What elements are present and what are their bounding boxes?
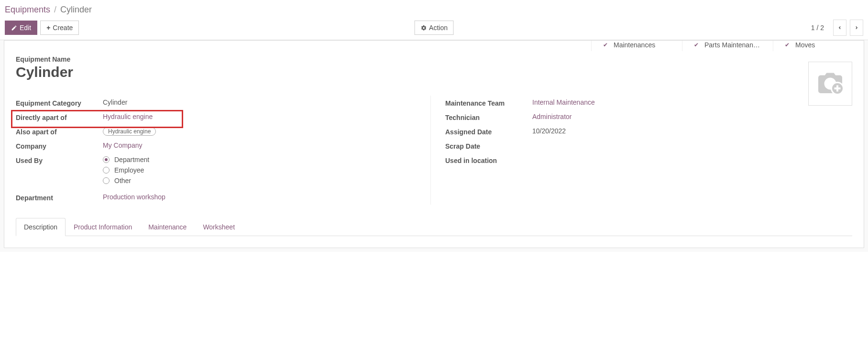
breadcrumb-root-link[interactable]: Equipments bbox=[5, 5, 50, 15]
check-icon: ✔ bbox=[694, 42, 699, 48]
tag-also-apart-of[interactable]: Hydraulic engine bbox=[103, 127, 156, 136]
label-technician: Technician bbox=[445, 113, 529, 121]
label-directly-apart-of: Directly apart of bbox=[16, 113, 100, 121]
breadcrumb-current: Cylinder bbox=[60, 5, 92, 15]
label-scrap-date: Scrap Date bbox=[445, 141, 529, 150]
tab-product-information[interactable]: Product Information bbox=[66, 218, 140, 236]
tab-worksheet[interactable]: Worksheet bbox=[195, 218, 243, 236]
chevron-left-icon bbox=[837, 24, 842, 31]
gear-icon bbox=[420, 25, 427, 31]
pager-text: 1 / 2 bbox=[811, 24, 824, 32]
form-sheet: ✔ Maintenances ✔ Parts Maintenan… ✔ Move… bbox=[4, 40, 864, 248]
pager-prev-button[interactable] bbox=[833, 20, 846, 36]
value-technician[interactable]: Administrator bbox=[529, 113, 852, 120]
used-by-radio-group: Department Employee Other bbox=[103, 156, 423, 184]
stat-maintenances[interactable]: ✔ Maintenances bbox=[591, 40, 682, 51]
equipment-name-value: Cylinder bbox=[16, 64, 852, 80]
value-assigned-date: 10/20/2022 bbox=[529, 127, 852, 135]
label-equipment-category: Equipment Category bbox=[16, 98, 100, 107]
stat-moves[interactable]: ✔ Moves bbox=[773, 40, 864, 51]
action-button[interactable]: Action bbox=[414, 21, 454, 35]
label-also-apart-of: Also apart of bbox=[16, 127, 100, 136]
create-button[interactable]: + Create bbox=[40, 21, 79, 35]
radio-department[interactable]: Department bbox=[103, 156, 423, 163]
chevron-right-icon bbox=[854, 24, 859, 31]
radio-icon bbox=[103, 177, 110, 184]
label-maintenance-team: Maintenance Team bbox=[445, 98, 529, 107]
stat-button-row: ✔ Maintenances ✔ Parts Maintenan… ✔ Move… bbox=[4, 40, 864, 52]
check-icon: ✔ bbox=[603, 42, 608, 48]
stat-parts-maintenance[interactable]: ✔ Parts Maintenan… bbox=[682, 40, 773, 51]
breadcrumb-separator: / bbox=[54, 5, 56, 15]
value-company[interactable]: My Company bbox=[100, 141, 423, 149]
value-maintenance-team[interactable]: Internal Maintenance bbox=[529, 98, 852, 106]
plus-icon: + bbox=[46, 24, 50, 32]
breadcrumb: Equipments / Cylinder bbox=[5, 5, 863, 15]
value-directly-apart-of[interactable]: Hydraulic engine bbox=[100, 113, 423, 120]
action-label: Action bbox=[429, 24, 448, 32]
pencil-icon bbox=[11, 25, 17, 31]
edit-label: Edit bbox=[20, 24, 31, 32]
label-department: Department bbox=[16, 193, 100, 202]
check-icon: ✔ bbox=[785, 42, 790, 48]
equipment-name-label: Equipment Name bbox=[16, 55, 852, 63]
tab-maintenance[interactable]: Maintenance bbox=[140, 218, 195, 236]
edit-button[interactable]: Edit bbox=[5, 21, 37, 35]
value-department[interactable]: Production workshop bbox=[100, 193, 423, 201]
label-company: Company bbox=[16, 141, 100, 150]
value-equipment-category: Cylinder bbox=[100, 98, 423, 106]
radio-icon bbox=[103, 167, 110, 174]
camera-plus-icon bbox=[813, 69, 847, 98]
notebook-tabs: Description Product Information Maintena… bbox=[16, 218, 852, 236]
radio-employee[interactable]: Employee bbox=[103, 166, 423, 174]
radio-icon bbox=[103, 156, 110, 163]
label-used-in-location: Used in location bbox=[445, 156, 529, 164]
pager-next-button[interactable] bbox=[850, 20, 863, 36]
tab-description[interactable]: Description bbox=[16, 218, 66, 236]
create-label: Create bbox=[53, 24, 73, 32]
radio-other[interactable]: Other bbox=[103, 177, 423, 184]
label-used-by: Used By bbox=[16, 156, 100, 164]
label-assigned-date: Assigned Date bbox=[445, 127, 529, 136]
